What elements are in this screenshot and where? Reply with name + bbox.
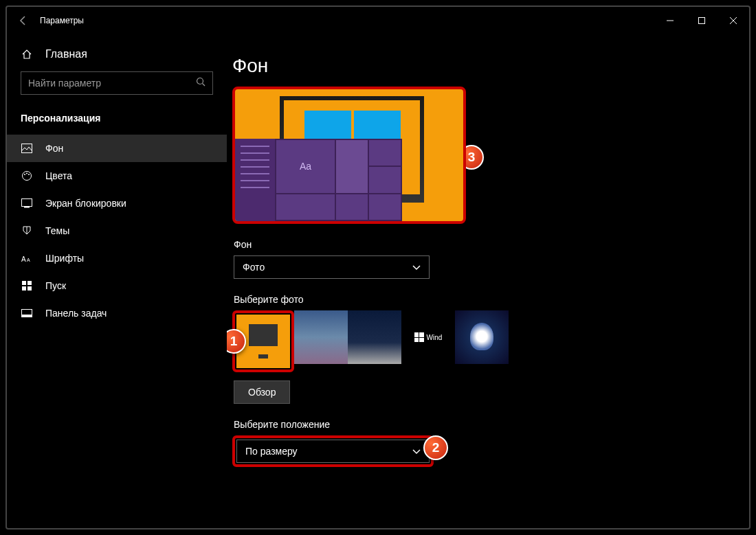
nav-label: Панель задач [45,308,107,319]
nav-item-themes[interactable]: Темы [7,217,227,244]
background-type-dropdown[interactable]: Фото [234,255,430,279]
nav-item-lockscreen[interactable]: Экран блокировки [7,190,227,217]
fonts-icon: AA [21,253,33,263]
settings-window: Параметры Главная Персонализация Фон [5,5,751,530]
chevron-down-icon [412,262,421,273]
svg-point-4 [197,78,203,84]
dropdown-value: По размеру [245,446,298,457]
nav-label: Экран блокировки [45,198,126,209]
preview-aa-tile: Aa [276,140,335,193]
nav-label: Шрифты [45,253,84,264]
content-area: Фон 3 Aa [227,34,749,528]
nav-item-start[interactable]: Пуск [7,272,227,299]
svg-rect-6 [22,144,32,153]
background-type-label: Фон [234,239,749,250]
search-box[interactable] [21,71,213,95]
svg-rect-17 [27,281,32,285]
window-controls [654,7,749,34]
window-title: Параметры [40,16,84,25]
photo-thumb-2[interactable] [294,310,348,364]
home-link[interactable]: Главная [7,41,227,67]
svg-text:A: A [21,255,26,263]
svg-rect-1 [699,18,705,24]
choose-photo-label: Выберите фото [234,294,749,305]
photo-thumbnails: 1 Wind [232,310,749,372]
maximize-button[interactable] [686,7,718,34]
section-header: Персонализация [7,106,227,135]
titlebar: Параметры [7,7,749,34]
search-icon [196,77,205,89]
photo-thumb-5[interactable] [455,310,509,364]
nav-item-background[interactable]: Фон [7,135,227,162]
svg-rect-12 [24,207,30,208]
themes-icon [21,225,33,236]
search-input[interactable] [28,78,196,89]
minimize-button[interactable] [654,7,686,34]
position-dropdown[interactable]: По размеру [236,440,430,463]
nav-label: Фон [45,143,63,154]
nav-label: Пуск [45,280,66,291]
svg-point-10 [28,174,30,175]
start-icon [21,281,33,291]
taskbar-icon [21,309,33,317]
svg-line-5 [203,84,205,87]
svg-rect-18 [22,286,26,291]
close-button[interactable] [718,7,749,34]
lockscreen-icon [21,198,33,208]
palette-icon [21,170,33,181]
nav-item-fonts[interactable]: AA Шрифты [7,244,227,272]
background-preview: Aa [232,87,466,224]
back-button[interactable] [7,7,40,34]
position-label: Выберите положение [234,419,749,430]
svg-rect-16 [22,281,26,285]
page-title: Фон [232,55,749,77]
home-label: Главная [45,48,87,60]
photo-thumb-4[interactable]: Wind [401,310,455,364]
nav-item-colors[interactable]: Цвета [7,162,227,190]
svg-rect-19 [27,286,32,291]
annotation-badge-2: 2 [423,435,448,460]
browse-button[interactable]: Обзор [234,380,290,404]
svg-text:A: A [27,258,30,262]
svg-point-9 [26,173,27,174]
dropdown-value: Фото [243,262,265,273]
home-icon [21,49,33,60]
nav-label: Темы [45,225,69,236]
photo-thumb-3[interactable] [348,310,401,364]
picture-icon [21,144,33,153]
svg-rect-21 [22,315,32,317]
nav-item-taskbar[interactable]: Панель задач [7,299,227,327]
sidebar: Главная Персонализация Фон Цвета Экран б… [7,34,227,528]
chevron-down-icon [412,446,421,457]
nav-label: Цвета [45,170,72,181]
svg-point-7 [23,172,32,181]
svg-rect-11 [22,199,32,207]
svg-point-8 [24,174,25,175]
